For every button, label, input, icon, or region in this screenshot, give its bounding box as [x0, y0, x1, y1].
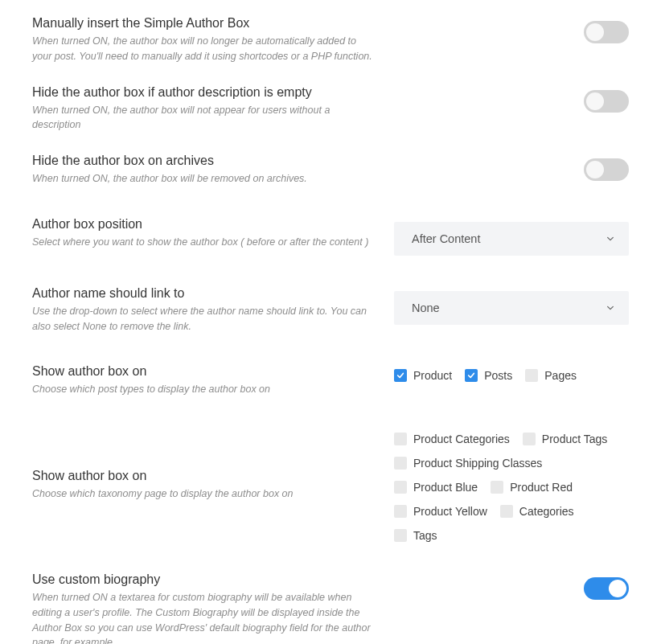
checkbox-option[interactable]: Categories	[500, 505, 574, 518]
setting-desc: When turned ON a textarea for custom bio…	[32, 590, 378, 644]
checkbox-option[interactable]: Tags	[394, 529, 437, 542]
custom-bio-toggle[interactable]	[584, 577, 629, 600]
checkbox-label: Product Yellow	[413, 505, 487, 518]
post-types-checkboxes: ProductPostsPages	[394, 369, 629, 382]
setting-manual-insert: Manually insert the Simple Author Box Wh…	[32, 16, 629, 64]
checkbox-checked-icon	[465, 369, 478, 382]
taxonomy-checkboxes: Product CategoriesProduct TagsProduct Sh…	[394, 433, 629, 542]
setting-desc: When turned ON, the author box will not …	[32, 103, 378, 133]
setting-title: Use custom biography	[32, 572, 378, 587]
setting-title: Hide the author box on archives	[32, 154, 378, 168]
checkbox-option[interactable]: Product Yellow	[394, 505, 487, 518]
checkbox-option[interactable]: Product Shipping Classes	[394, 457, 542, 470]
checkbox-label: Product Red	[510, 481, 573, 494]
setting-desc: Select where you want to show the author…	[32, 235, 378, 250]
hide-empty-desc-toggle[interactable]	[584, 90, 629, 113]
checkbox-unchecked-icon	[523, 433, 536, 445]
select-value: None	[412, 301, 440, 314]
checkbox-option[interactable]: Posts	[465, 369, 512, 382]
setting-title: Show author box on	[32, 469, 378, 483]
checkbox-label: Product Categories	[413, 433, 510, 445]
checkbox-option[interactable]: Product	[394, 369, 452, 382]
checkbox-unchecked-icon	[525, 369, 538, 382]
checkbox-label: Product	[413, 369, 452, 382]
checkbox-label: Pages	[544, 369, 577, 382]
setting-hide-archives: Hide the author box on archives When tur…	[32, 154, 629, 187]
checkbox-label: Product Shipping Classes	[413, 457, 542, 470]
setting-show-taxonomies: Show author box on Choose which taxonomy…	[32, 428, 629, 542]
manual-insert-toggle[interactable]	[584, 21, 629, 43]
setting-title: Hide the author box if author descriptio…	[32, 85, 378, 100]
checkbox-unchecked-icon	[394, 529, 407, 542]
chevron-down-icon	[606, 235, 614, 243]
checkbox-label: Product Blue	[413, 481, 478, 494]
checkbox-unchecked-icon	[394, 505, 407, 518]
setting-desc: When turned ON, the author box will be r…	[32, 171, 378, 187]
setting-desc: When turned ON, the author box will no l…	[32, 34, 378, 64]
setting-desc: Choose which taxonomy page to display th…	[32, 486, 378, 502]
checkbox-label: Product Tags	[542, 433, 607, 445]
setting-show-post-types: Show author box on Choose which post typ…	[32, 364, 629, 397]
hide-archives-toggle[interactable]	[584, 158, 629, 181]
setting-custom-bio: Use custom biography When turned ON a te…	[32, 572, 629, 644]
setting-title: Show author box on	[32, 364, 378, 379]
checkbox-label: Tags	[413, 529, 437, 542]
setting-title: Author box position	[32, 217, 378, 232]
checkbox-option[interactable]: Product Red	[491, 481, 573, 494]
setting-desc: Use the drop-down to select where the au…	[32, 304, 378, 334]
setting-name-link: Author name should link to Use the drop-…	[32, 286, 629, 334]
checkbox-option[interactable]: Product Categories	[394, 433, 510, 445]
checkbox-checked-icon	[394, 369, 407, 382]
setting-position: Author box position Select where you wan…	[32, 217, 629, 256]
setting-title: Manually insert the Simple Author Box	[32, 16, 378, 31]
checkbox-unchecked-icon	[491, 481, 503, 494]
checkbox-unchecked-icon	[394, 433, 407, 445]
name-link-select[interactable]: None	[394, 291, 629, 325]
setting-desc: Choose which post types to display the a…	[32, 382, 378, 397]
chevron-down-icon	[606, 304, 614, 312]
checkbox-unchecked-icon	[500, 505, 513, 518]
checkbox-option[interactable]: Product Tags	[523, 433, 607, 445]
setting-title: Author name should link to	[32, 286, 378, 301]
checkbox-label: Categories	[519, 505, 574, 518]
checkbox-option[interactable]: Pages	[525, 369, 577, 382]
position-select[interactable]: After Content	[394, 222, 629, 256]
checkbox-label: Posts	[484, 369, 512, 382]
select-value: After Content	[412, 232, 480, 245]
checkbox-unchecked-icon	[394, 457, 407, 470]
setting-hide-empty-desc: Hide the author box if author descriptio…	[32, 85, 629, 133]
checkbox-unchecked-icon	[394, 481, 407, 494]
checkbox-option[interactable]: Product Blue	[394, 481, 478, 494]
